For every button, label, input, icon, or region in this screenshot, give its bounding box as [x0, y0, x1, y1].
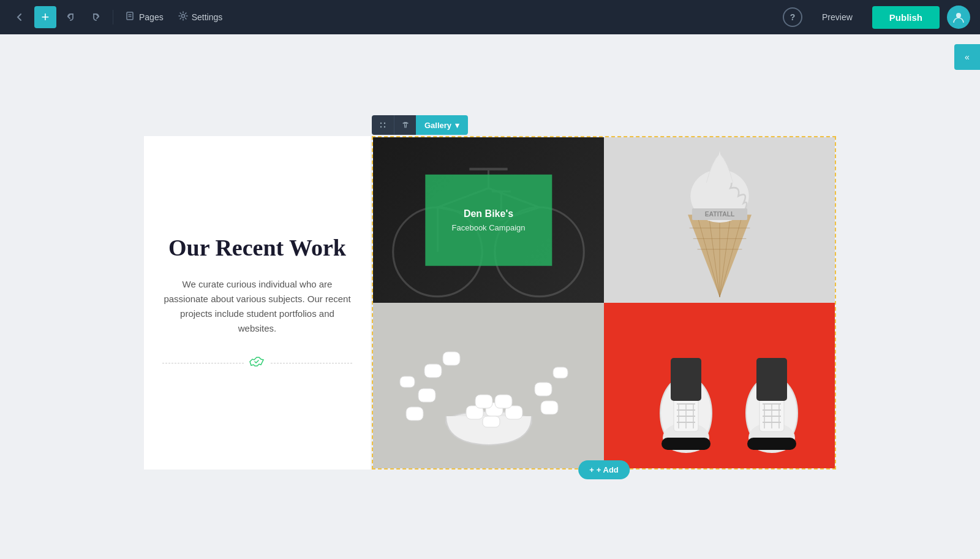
svg-rect-39: [553, 367, 568, 378]
svg-point-3: [181, 15, 184, 18]
gallery-type-button[interactable]: Gallery ▾: [416, 115, 468, 135]
add-button[interactable]: +: [34, 6, 56, 28]
publish-label: Publish: [889, 12, 922, 23]
panel-title: Our Recent Work: [168, 234, 346, 262]
add-media-icon: +: [589, 465, 594, 474]
svg-rect-0: [127, 12, 133, 20]
handshake-icon: [249, 356, 266, 371]
gallery-toolbar: Gallery ▾: [372, 115, 468, 135]
svg-point-4: [956, 13, 961, 18]
topbar: + Pages: [0, 0, 980, 34]
icecream-svg: EATITALL: [665, 140, 775, 300]
panel-description: We curate curious individual who are pas…: [162, 277, 352, 336]
svg-rect-38: [535, 382, 552, 396]
preview-button[interactable]: Preview: [810, 7, 865, 27]
gallery-label: Gallery: [424, 121, 451, 130]
redo-button[interactable]: [86, 7, 105, 27]
svg-rect-58: [662, 438, 710, 450]
marshmallow-svg: [375, 303, 602, 468]
topbar-left: + Pages: [10, 6, 778, 28]
svg-rect-45: [495, 395, 512, 408]
gallery-dropdown-icon: ▾: [455, 121, 459, 130]
collapse-icon: «: [965, 52, 970, 62]
settings-nav-item[interactable]: Settings: [173, 9, 228, 26]
left-panel: Our Recent Work We curate curious indivi…: [144, 136, 371, 470]
publish-button[interactable]: Publish: [872, 6, 940, 29]
svg-rect-36: [400, 376, 415, 387]
canvas-area: « Our Recent Work We curate curious indi…: [0, 34, 980, 559]
svg-rect-71: [756, 358, 787, 401]
gallery-drag-handle[interactable]: [372, 115, 394, 135]
gallery-grid: Den Bike's Facebook Campaign: [373, 137, 835, 468]
pages-label: Pages: [139, 12, 164, 22]
svg-rect-70: [747, 438, 796, 450]
svg-rect-59: [671, 358, 701, 401]
svg-rect-46: [483, 416, 500, 427]
user-avatar[interactable]: [947, 6, 970, 29]
gallery-cell-bike[interactable]: Den Bike's Facebook Campaign: [373, 137, 604, 303]
preview-label: Preview: [822, 12, 853, 22]
bike-title: Den Bike's: [464, 208, 513, 219]
gallery-cell-marshmallow[interactable]: [373, 303, 604, 468]
shoes-svg: [606, 303, 833, 468]
svg-rect-34: [406, 407, 423, 420]
back-button[interactable]: [10, 7, 29, 27]
divider-line-left: [162, 363, 244, 363]
add-media-button[interactable]: + + Add: [578, 460, 630, 479]
collapse-button[interactable]: «: [954, 44, 980, 70]
svg-rect-44: [475, 395, 492, 408]
svg-rect-47: [606, 303, 833, 468]
svg-rect-33: [418, 389, 435, 402]
nav-divider: [113, 10, 113, 25]
svg-text:EATITALL: EATITALL: [704, 211, 734, 218]
undo-button[interactable]: [61, 7, 81, 27]
svg-rect-40: [541, 401, 558, 414]
svg-point-5: [380, 123, 382, 124]
pages-icon: [126, 11, 135, 23]
content-section: Our Recent Work We curate curious indivi…: [144, 136, 836, 470]
plus-icon: +: [42, 9, 50, 25]
pages-nav-item[interactable]: Pages: [121, 9, 168, 26]
bike-subtitle: Facebook Campaign: [452, 223, 526, 232]
svg-point-6: [384, 123, 385, 124]
divider-line-right: [271, 363, 352, 363]
settings-label: Settings: [192, 12, 223, 22]
svg-rect-35: [424, 364, 442, 378]
bike-overlay: Den Bike's Facebook Campaign: [425, 175, 552, 266]
svg-point-7: [380, 126, 382, 127]
gallery-container: Gallery ▾: [372, 136, 836, 470]
help-icon: ?: [790, 12, 796, 22]
gallery-delete-button[interactable]: [394, 115, 416, 135]
topbar-right: ? Preview Publish: [783, 6, 970, 29]
gallery-cell-icecream[interactable]: EATITALL: [604, 137, 835, 303]
gallery-cell-shoes[interactable]: [604, 303, 835, 468]
svg-point-8: [384, 126, 385, 127]
settings-icon: [178, 11, 188, 23]
help-button[interactable]: ?: [783, 7, 802, 27]
svg-rect-37: [443, 352, 460, 365]
add-media-label: + Add: [597, 465, 619, 474]
panel-divider: [162, 356, 352, 371]
